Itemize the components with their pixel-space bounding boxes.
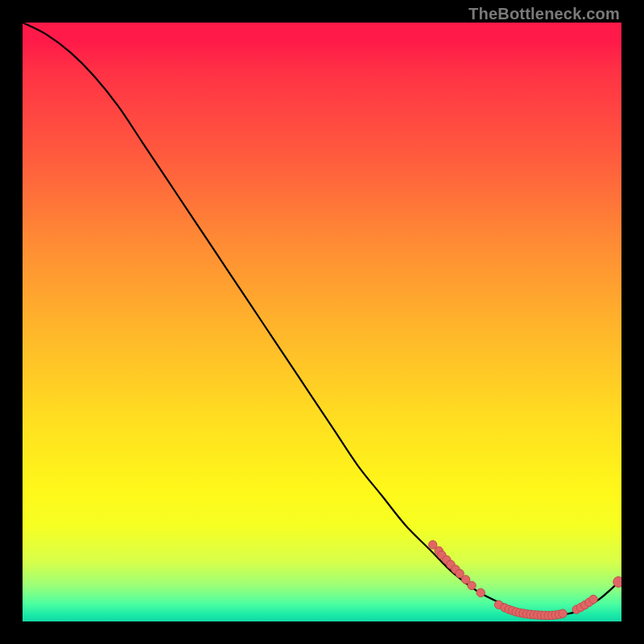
data-point: [468, 581, 476, 589]
curve-overlay: [23, 23, 621, 621]
data-point: [613, 576, 621, 587]
data-point: [559, 609, 567, 617]
data-points: [428, 541, 621, 620]
data-point: [477, 588, 485, 597]
data-point: [589, 595, 597, 603]
chart-stage: TheBottleneck.com: [0, 0, 644, 644]
bottleneck-curve-line: [23, 23, 621, 616]
attribution-text: TheBottleneck.com: [469, 5, 620, 23]
